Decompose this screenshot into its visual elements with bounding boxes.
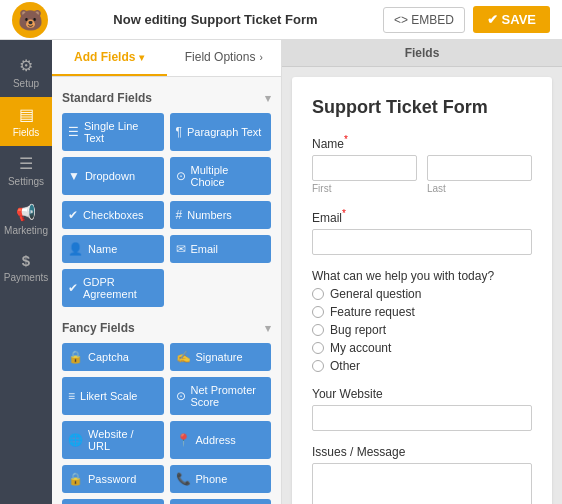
standard-fields-title: Standard Fields [62,91,152,105]
field-name[interactable]: 👤Name [62,235,164,263]
email-icon: ✉ [176,242,186,256]
likert-icon: ≡ [68,389,75,403]
field-checkboxes[interactable]: ✔Checkboxes [62,201,164,229]
field-numbers[interactable]: #Numbers [170,201,272,229]
tab-field-options[interactable]: Field Options › [167,40,282,76]
editing-prefix: Now editing [113,12,190,27]
marketing-icon: 📢 [16,203,36,222]
form-title: Support Ticket Form [312,97,532,118]
radio-bug: Bug report [312,323,532,337]
field-captcha[interactable]: 🔒Captcha [62,343,164,371]
sidebar-item-label: Payments [4,272,48,283]
field-likert[interactable]: ≡Likert Scale [62,377,164,415]
help-label: What can we help you with today? [312,269,532,283]
collapse-standard-icon[interactable]: ▾ [265,92,271,105]
field-gdpr[interactable]: ✔GDPR Agreement [62,269,164,307]
field-multiple-choice[interactable]: ⊙Multiple Choice [170,157,272,195]
url-icon: 🌐 [68,433,83,447]
panel-tabs: Add Fields ▾ Field Options › [52,40,281,77]
field-net-promoter[interactable]: ⊙Net Promoter Score [170,377,272,415]
embed-button[interactable]: <> EMBED [383,7,465,33]
nps-icon: ⊙ [176,389,186,403]
name-label: Name* [312,134,532,151]
checkbox-icon: ✔ [68,208,78,222]
signature-icon: ✍ [176,350,191,364]
sidebar-item-label: Setup [13,78,39,89]
form-field-website: Your Website [312,387,532,431]
field-single-line-text[interactable]: ☰Single Line Text [62,113,164,151]
form-name: Support Ticket Form [191,12,318,27]
payments-icon: $ [22,252,30,269]
sidebar-item-marketing[interactable]: 📢 Marketing [0,195,52,244]
preview-panel: Fields Support Ticket Form Name* First L… [282,40,562,504]
sidebar-item-label: Fields [13,127,40,138]
dropdown-icon: ▼ [68,169,80,183]
logo: 🐻 [12,2,48,38]
field-paragraph-text[interactable]: ¶Paragraph Text [170,113,272,151]
field-datetime[interactable]: 📅Date / Time [62,499,164,504]
message-label: Issues / Message [312,445,532,459]
standard-fields-header: Standard Fields ▾ [62,91,271,105]
standard-fields-grid: ☰Single Line Text ¶Paragraph Text ▼Dropd… [62,113,271,307]
first-name-field: First [312,155,417,194]
first-name-input[interactable] [312,155,417,181]
form-field-name: Name* First Last [312,134,532,194]
field-hidden[interactable]: 🔒Hidden Field [170,499,272,504]
choice-icon: ⊙ [176,169,186,183]
last-label: Last [427,183,532,194]
field-website-url[interactable]: 🌐Website / URL [62,421,164,459]
tab-add-fields[interactable]: Add Fields ▾ [52,40,167,76]
radio-circle[interactable] [312,360,324,372]
left-panel: Add Fields ▾ Field Options › Standard Fi… [52,40,282,504]
save-button[interactable]: ✔ SAVE [473,6,550,33]
address-icon: 📍 [176,433,191,447]
email-input[interactable] [312,229,532,255]
form-field-message: Issues / Message [312,445,532,504]
radio-label: Feature request [330,305,415,319]
top-bar-title: Now editing Support Ticket Form [48,12,383,27]
radio-circle[interactable] [312,342,324,354]
field-dropdown[interactable]: ▼Dropdown [62,157,164,195]
main-layout: ⚙ Setup ▤ Fields ☰ Settings 📢 Marketing … [0,40,562,504]
radio-general: General question [312,287,532,301]
collapse-fancy-icon[interactable]: ▾ [265,322,271,335]
text-icon: ☰ [68,125,79,139]
radio-label: Other [330,359,360,373]
radio-circle[interactable] [312,288,324,300]
preview-tab-label: Fields [405,46,440,60]
email-label: Email* [312,208,532,225]
field-address[interactable]: 📍Address [170,421,272,459]
website-input[interactable] [312,405,532,431]
captcha-icon: 🔒 [68,350,83,364]
sidebar-item-payments[interactable]: $ Payments [0,244,52,291]
tab-add-fields-label: Add Fields [74,50,135,64]
tab-field-options-label: Field Options [185,50,256,64]
phone-icon: 📞 [176,472,191,486]
radio-label: General question [330,287,421,301]
top-bar-actions: <> EMBED ✔ SAVE [383,6,550,33]
setup-icon: ⚙ [19,56,33,75]
website-label: Your Website [312,387,532,401]
fancy-fields-header: Fancy Fields ▾ [62,321,271,335]
fancy-fields-grid: 🔒Captcha ✍Signature ≡Likert Scale ⊙Net P… [62,343,271,504]
field-phone[interactable]: 📞Phone [170,465,272,493]
field-email[interactable]: ✉Email [170,235,272,263]
form-preview: Support Ticket Form Name* First Last [292,77,552,504]
chevron-right-icon: › [259,52,262,63]
gdpr-icon: ✔ [68,281,78,295]
paragraph-icon: ¶ [176,125,182,139]
field-password[interactable]: 🔒Password [62,465,164,493]
radio-circle[interactable] [312,306,324,318]
radio-label: My account [330,341,391,355]
field-signature[interactable]: ✍Signature [170,343,272,371]
radio-other: Other [312,359,532,373]
message-textarea[interactable] [312,463,532,504]
form-field-email: Email* [312,208,532,255]
sidebar-item-fields[interactable]: ▤ Fields [0,97,52,146]
sidebar-item-settings[interactable]: ☰ Settings [0,146,52,195]
name-row: First Last [312,155,532,194]
sidebar-item-setup[interactable]: ⚙ Setup [0,48,52,97]
form-field-help: What can we help you with today? General… [312,269,532,373]
last-name-input[interactable] [427,155,532,181]
radio-circle[interactable] [312,324,324,336]
